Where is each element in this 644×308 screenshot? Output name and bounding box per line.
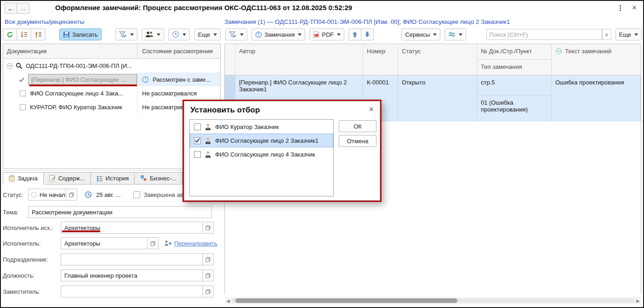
deadline-value[interactable]: 25 авг. ... (96, 191, 120, 198)
executor-pick-button[interactable] (147, 238, 158, 249)
executor-label: Исполнитель: (3, 240, 61, 247)
dropdown-arrow-icon (182, 34, 186, 36)
magnifier-icon (16, 62, 23, 69)
scroll-right-arrow[interactable]: ▶ (635, 298, 641, 303)
back-button[interactable]: ← (5, 3, 17, 14)
tab-label: Содерж... (58, 175, 85, 182)
dialog-close-button[interactable]: × (369, 105, 374, 114)
scrollbar-thumb[interactable] (235, 298, 457, 303)
refresh-button[interactable] (3, 28, 17, 40)
kebab-menu-button[interactable] (620, 5, 621, 11)
bottom-tabs: Задача Содерж... История Бизнес-... (3, 172, 182, 185)
auto-complete-checkbox[interactable] (133, 191, 140, 198)
department-pick-button[interactable] (202, 254, 213, 265)
deputy-input[interactable] (61, 286, 202, 297)
item-label: ФИО Согласующее лицо 2 Заказчик1 (215, 137, 319, 144)
tab-content[interactable]: Содерж... (43, 172, 91, 185)
table-row-document-root[interactable]: ОДС111-РД-ТП04-001-ЭМ-006-ПЛ [И... (3, 59, 220, 73)
list-item-reviewer-selected[interactable]: ФИО Согласующее лицо 2 Заказчик1 (190, 134, 333, 147)
sort-descending-button[interactable] (17, 28, 31, 40)
sort-ascending-icon (34, 31, 42, 38)
check-icon (19, 77, 24, 82)
reviewers-dropdown-button[interactable] (142, 28, 164, 40)
history-dropdown-button[interactable] (168, 28, 190, 40)
reviewer-name-label: КУРАТОР, ФИО Куратор Заказчик (30, 104, 122, 111)
clock-icon (172, 31, 179, 38)
scrollbar-track[interactable] (231, 298, 635, 303)
list-item-reviewer[interactable]: ФИО Куратор Заказчик (190, 120, 333, 134)
position-label: Должность: (3, 272, 61, 279)
executor-src-row: Исполнитель исх.: (3, 221, 221, 234)
cancel-button[interactable]: Отмена (339, 135, 376, 147)
status-label: Статус: (3, 191, 28, 198)
left-more-button[interactable]: Еще (194, 28, 221, 40)
position-pick-button[interactable] (202, 270, 213, 281)
position-field (61, 269, 214, 281)
redirect-icon (164, 240, 172, 246)
table-row-reviewer[interactable]: ФИО Согласующее лицо 4 Зака... Не рассма… (3, 86, 220, 100)
search-clear-button[interactable]: x (602, 29, 611, 40)
left-panel-header-link[interactable]: Все документы/рецензенты (5, 18, 84, 25)
remarks-dropdown-button[interactable]: Замечания (251, 28, 305, 40)
tab-business-process[interactable]: Бизнес-... (134, 172, 182, 185)
tab-history[interactable]: История (91, 172, 135, 185)
position-input[interactable] (61, 270, 202, 281)
more-button-label: Еще (619, 31, 631, 38)
collapse-expander-icon[interactable] (7, 63, 13, 69)
department-input[interactable] (61, 254, 202, 265)
deputy-pick-button[interactable] (202, 286, 213, 297)
horizontal-scrollbar[interactable]: ◀ ▶ (225, 297, 641, 304)
column-documentation[interactable]: Документация (3, 44, 137, 58)
view-settings-dropdown-button[interactable] (445, 28, 466, 40)
list-item-reviewer[interactable]: ФИО Согласующее лицо 4 Заказчик (190, 147, 333, 161)
status-value: Не начал (37, 191, 66, 198)
dropdown-arrow-icon (240, 34, 244, 36)
row-checkbox[interactable] (20, 104, 26, 110)
executor-input[interactable] (61, 238, 147, 249)
dropdown-arrow-icon (157, 34, 160, 36)
pdf-dropdown-button[interactable]: PDF (309, 28, 344, 40)
annotation-underline-executor-src (62, 230, 100, 232)
tab-task[interactable]: Задача (3, 172, 44, 185)
right-more-button[interactable]: Еще (616, 28, 642, 40)
move-up-button[interactable] (348, 28, 361, 40)
status-pick-button[interactable] (66, 189, 77, 200)
nav-buttons: ← → (5, 3, 29, 14)
status-field[interactable]: Не начал (28, 189, 77, 201)
filter-dropdown-button[interactable] (115, 28, 137, 40)
documents-table-header: Документация Состояние рассмотрения (3, 44, 220, 59)
executor-src-pick-button[interactable] (202, 222, 213, 233)
remarks-filter-dropdown-button[interactable] (225, 28, 247, 40)
theme-input[interactable] (28, 207, 211, 218)
remark-status-icon (255, 31, 262, 38)
item-checkbox[interactable] (194, 123, 201, 130)
theme-field (28, 206, 212, 218)
save-button[interactable]: Записать (59, 28, 102, 40)
scroll-left-arrow[interactable]: ◀ (225, 298, 231, 303)
column-number[interactable]: Номер (363, 44, 398, 75)
reviewer-cell-editor[interactable]: [Перенапр.] ФИО Согласующее ... (28, 74, 137, 85)
column-remark-text-label: Текст замечаний (565, 48, 611, 55)
close-button[interactable]: × (632, 3, 637, 12)
column-review-state[interactable]: Состояние рассмотрения (137, 44, 220, 58)
column-remark-text[interactable]: Текст замечаний (552, 44, 641, 75)
column-author[interactable]: Автор (235, 44, 363, 75)
row-checkbox[interactable] (20, 90, 26, 96)
deputy-field (61, 286, 214, 297)
dropdown-arrow-icon (130, 34, 134, 36)
item-checkbox[interactable] (194, 151, 201, 158)
business-process-icon (140, 175, 147, 182)
remark-status-cell: Открыто (398, 75, 477, 121)
redirect-link[interactable]: Перенаправить (174, 240, 217, 247)
column-doc-page-item[interactable]: № Док./Стр./Пункт Тип замечания (477, 44, 552, 75)
item-checkbox-checked[interactable] (194, 137, 201, 144)
services-dropdown-button[interactable]: Сервисы (401, 28, 440, 40)
forward-button[interactable]: → (17, 3, 29, 14)
right-panel-header-link[interactable]: Замечания (1) — ОДС111-РД-ТП04-001-ЭМ-00… (224, 18, 510, 25)
ok-button[interactable]: ОК (339, 120, 376, 132)
column-status[interactable]: Статус (398, 44, 477, 75)
sort-ascending-button[interactable] (31, 28, 46, 40)
remark-type: 01 (Ошибка проектирования) (477, 95, 551, 113)
search-input[interactable] (487, 29, 602, 39)
move-down-button[interactable] (361, 28, 374, 40)
